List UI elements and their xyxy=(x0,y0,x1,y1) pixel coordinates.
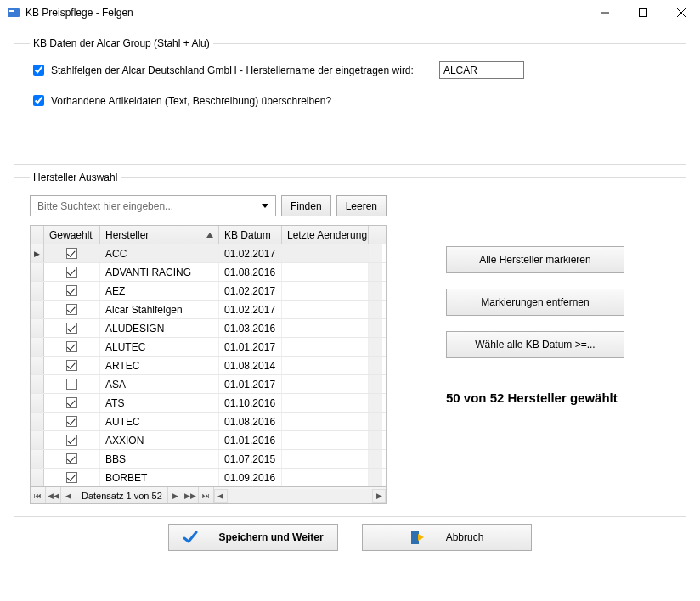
grid-header: Gewaehlt Hersteller KB Datum Letzte Aend… xyxy=(31,226,386,244)
cell-kb-datum: 01.01.2017 xyxy=(219,375,282,393)
cell-hersteller: AUTEC xyxy=(100,413,219,430)
herstellername-input[interactable] xyxy=(439,61,524,79)
table-row[interactable]: AUTEC01.08.2016 xyxy=(31,413,386,431)
mark-all-button[interactable]: Alle Hersteller markieren xyxy=(446,246,624,273)
grid-hscroll[interactable]: ◀ ▶ xyxy=(214,489,386,503)
save-continue-button[interactable]: Speichern und Weiter xyxy=(168,524,338,551)
cell-gewaehlt[interactable] xyxy=(44,375,100,393)
cell-hersteller: ACC xyxy=(100,244,219,262)
checkbox-icon[interactable] xyxy=(66,472,77,483)
checkbox-icon[interactable] xyxy=(66,285,77,296)
close-button[interactable] xyxy=(662,0,700,25)
hscroll-left-icon[interactable]: ◀ xyxy=(214,489,228,503)
exit-icon xyxy=(410,530,426,545)
cell-gewaehlt[interactable] xyxy=(44,413,100,430)
row-indicator xyxy=(31,375,44,393)
minimize-button[interactable] xyxy=(585,0,624,25)
svg-marker-6 xyxy=(262,204,268,208)
nav-next[interactable]: ▶ xyxy=(168,487,183,503)
table-row[interactable]: AEZ01.02.2017 xyxy=(31,282,386,300)
cell-letzte-aenderung xyxy=(282,450,369,468)
table-row[interactable]: ARTEC01.08.2014 xyxy=(31,357,386,375)
nav-next-page[interactable]: ▶▶ xyxy=(183,487,199,503)
window-title: KB Preispflege - Felgen xyxy=(25,7,585,19)
row-indicator xyxy=(31,450,44,468)
search-placeholder: Bitte Suchtext hier eingeben... xyxy=(37,200,173,212)
cell-gewaehlt[interactable] xyxy=(44,300,100,318)
cell-gewaehlt[interactable] xyxy=(44,319,100,337)
table-row[interactable]: ALUTEC01.01.2017 xyxy=(31,338,386,357)
row-indicator: ▶ xyxy=(31,244,44,262)
maximize-button[interactable] xyxy=(624,0,662,25)
choose-date-button[interactable]: Wähle alle KB Datum >=... xyxy=(446,331,624,358)
table-row[interactable]: ASA01.01.2017 xyxy=(31,375,386,394)
cell-kb-datum: 01.03.2016 xyxy=(219,319,282,337)
cell-gewaehlt[interactable] xyxy=(44,469,100,486)
hscroll-right-icon[interactable]: ▶ xyxy=(372,489,386,503)
cell-gewaehlt[interactable] xyxy=(44,431,100,449)
app-icon xyxy=(7,6,20,20)
unmark-all-button[interactable]: Markierungen entfernen xyxy=(446,289,624,316)
cell-gewaehlt[interactable] xyxy=(44,263,100,281)
table-row[interactable]: Alcar Stahlfelgen01.02.2017 xyxy=(31,300,386,319)
row-scroll-gutter xyxy=(369,282,382,300)
checkbox-icon[interactable] xyxy=(66,416,77,427)
col-kb-datum[interactable]: KB Datum xyxy=(219,226,282,244)
grid-body[interactable]: ▶ACC01.02.2017ADVANTI RACING01.08.2016AE… xyxy=(31,244,386,486)
col-gewaehlt[interactable]: Gewaehlt xyxy=(44,226,100,244)
cell-letzte-aenderung xyxy=(282,300,369,318)
cell-letzte-aenderung xyxy=(282,375,369,393)
cell-hersteller: AEZ xyxy=(100,282,219,300)
checkbox-icon[interactable] xyxy=(66,267,77,278)
group-hersteller-auswahl: Hersteller Auswahl Bitte Suchtext hier e… xyxy=(14,171,686,517)
col-hersteller[interactable]: Hersteller xyxy=(100,226,219,244)
table-row[interactable]: BORBET01.09.2016 xyxy=(31,469,386,486)
checkbox-icon[interactable] xyxy=(66,304,77,315)
cell-gewaehlt[interactable] xyxy=(44,357,100,374)
search-input[interactable]: Bitte Suchtext hier eingeben... xyxy=(30,195,276,216)
cell-kb-datum: 01.10.2016 xyxy=(219,394,282,412)
nav-position: Datensatz 1 von 52 xyxy=(76,487,168,503)
checkbox-icon[interactable] xyxy=(66,397,77,408)
cell-hersteller: ADVANTI RACING xyxy=(100,263,219,281)
cell-hersteller: ALUTEC xyxy=(100,338,219,356)
cell-hersteller: ASA xyxy=(100,375,219,393)
cell-hersteller: ATS xyxy=(100,394,219,412)
row-indicator xyxy=(31,431,44,449)
checkbox-icon[interactable] xyxy=(66,323,77,334)
cell-gewaehlt[interactable] xyxy=(44,394,100,412)
nav-prev[interactable]: ◀ xyxy=(61,487,76,503)
row-scroll-gutter xyxy=(369,300,382,318)
checkbox-icon[interactable] xyxy=(66,341,77,352)
table-row[interactable]: ADVANTI RACING01.08.2016 xyxy=(31,263,386,282)
checkbox-icon[interactable] xyxy=(66,379,77,390)
row-scroll-gutter xyxy=(369,319,382,337)
checkbox-icon[interactable] xyxy=(66,360,77,371)
checkbox-icon[interactable] xyxy=(66,435,77,446)
footer-buttons: Speichern und Weiter Abbruch xyxy=(14,524,686,551)
table-row[interactable]: ▶ACC01.02.2017 xyxy=(31,244,386,263)
table-row[interactable]: AXXION01.01.2016 xyxy=(31,431,386,450)
cell-gewaehlt[interactable] xyxy=(44,244,100,262)
nav-last[interactable]: ⏭ xyxy=(199,487,214,503)
table-row[interactable]: BBS01.07.2015 xyxy=(31,450,386,469)
cell-gewaehlt[interactable] xyxy=(44,338,100,356)
table-row[interactable]: ALUDESIGN01.03.2016 xyxy=(31,319,386,338)
cell-gewaehlt[interactable] xyxy=(44,282,100,300)
checkbox-icon[interactable] xyxy=(66,453,77,464)
find-button[interactable]: Finden xyxy=(281,195,331,216)
unmark-all-label: Markierungen entfernen xyxy=(481,296,589,308)
row-indicator xyxy=(31,263,44,281)
nav-first[interactable]: ⏮ xyxy=(31,487,46,503)
chk-stahlfelgen[interactable] xyxy=(33,65,44,76)
row-scroll-gutter xyxy=(369,431,382,449)
col-letzte-aenderung[interactable]: Letzte Aenderung xyxy=(282,226,369,244)
nav-prev-page[interactable]: ◀◀ xyxy=(46,487,61,503)
table-row[interactable]: ATS01.10.2016 xyxy=(31,394,386,413)
cell-gewaehlt[interactable] xyxy=(44,450,100,468)
clear-button[interactable]: Leeren xyxy=(336,195,387,216)
svg-rect-1 xyxy=(9,10,14,12)
chk-ueberschreiben[interactable] xyxy=(33,95,44,106)
cancel-button[interactable]: Abbruch xyxy=(362,524,532,551)
checkbox-icon[interactable] xyxy=(66,248,77,259)
